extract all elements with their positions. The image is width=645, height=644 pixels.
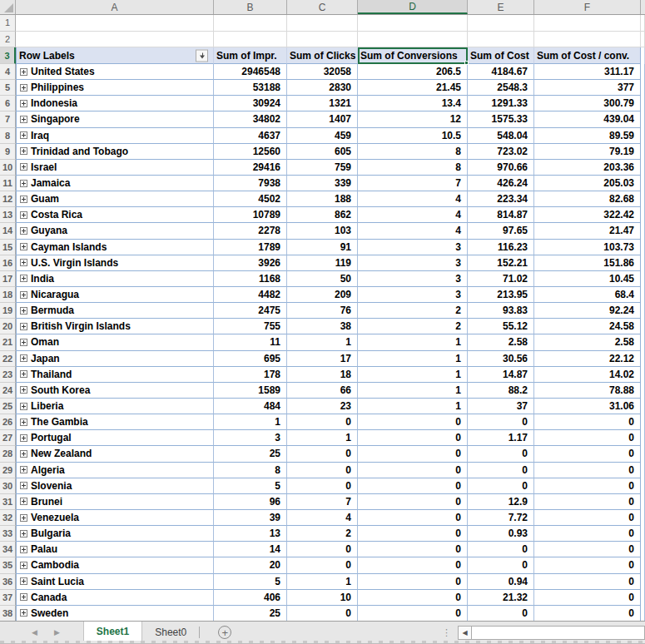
value-cell-e[interactable]: 0.93 <box>468 526 534 542</box>
value-cell-e[interactable]: 12.9 <box>468 494 534 510</box>
row-header-13[interactable]: 13 <box>0 207 16 223</box>
value-cell-c[interactable]: 1 <box>287 334 358 350</box>
scroll-left-icon[interactable]: ◀ <box>458 626 472 640</box>
expand-icon[interactable] <box>20 562 27 569</box>
value-cell-b[interactable]: 755 <box>214 319 287 334</box>
value-cell-c[interactable]: 32058 <box>287 64 358 80</box>
value-cell-f[interactable]: 377 <box>534 80 641 96</box>
expand-icon[interactable] <box>20 593 27 601</box>
value-cell-e[interactable]: 1291.33 <box>468 96 534 111</box>
value-cell-d[interactable]: 0 <box>358 542 468 557</box>
country-cell[interactable]: Costa Rica <box>16 207 214 223</box>
value-cell-d[interactable]: 3 <box>358 255 468 271</box>
country-cell[interactable]: Nicaragua <box>16 287 214 303</box>
value-cell-b[interactable]: 484 <box>214 399 287 414</box>
expand-icon[interactable] <box>20 530 27 537</box>
row-header-12[interactable]: 12 <box>0 191 16 207</box>
country-cell[interactable]: Palau <box>16 542 214 557</box>
value-cell-e[interactable]: 55.12 <box>468 319 534 334</box>
country-cell[interactable]: Bermuda <box>16 303 214 319</box>
value-cell-c[interactable]: 339 <box>287 176 358 191</box>
column-header-d[interactable]: D <box>358 0 468 14</box>
value-cell-b[interactable]: 2475 <box>214 303 287 319</box>
value-cell-e[interactable]: 37 <box>468 399 534 414</box>
value-cell-f[interactable]: 0 <box>534 494 641 510</box>
value-cell-e[interactable]: 71.02 <box>468 271 534 287</box>
select-all-button[interactable] <box>0 0 16 14</box>
row-header-3[interactable]: 3 <box>0 47 16 64</box>
value-cell-e[interactable]: 93.83 <box>468 303 534 319</box>
value-cell-d[interactable]: 10.5 <box>358 128 468 144</box>
value-cell-c[interactable]: 1 <box>287 430 358 446</box>
value-cell-b[interactable]: 96 <box>214 494 287 510</box>
value-cell-c[interactable]: 862 <box>287 207 358 223</box>
row-header-25[interactable]: 25 <box>0 399 16 414</box>
value-cell-f[interactable]: 79.19 <box>534 144 641 160</box>
value-cell-b[interactable]: 53188 <box>214 80 287 96</box>
row-header-26[interactable]: 26 <box>0 414 16 430</box>
value-cell-f[interactable]: 311.17 <box>534 64 641 80</box>
expand-icon[interactable] <box>20 147 27 155</box>
country-cell[interactable]: Cambodia <box>16 557 214 573</box>
country-cell[interactable]: Oman <box>16 334 214 350</box>
value-cell-e[interactable]: 223.34 <box>468 191 534 207</box>
row-header-37[interactable]: 37 <box>0 590 16 606</box>
value-cell-e[interactable]: 97.65 <box>468 223 534 239</box>
value-cell-d[interactable]: 3 <box>358 271 468 287</box>
value-cell-f[interactable]: 322.42 <box>534 207 641 223</box>
row-header-29[interactable]: 29 <box>0 463 16 478</box>
value-cell-f[interactable]: 151.86 <box>534 255 641 271</box>
value-cell-f[interactable]: 68.4 <box>534 287 641 303</box>
value-cell-b[interactable]: 8 <box>214 463 287 478</box>
value-cell-d[interactable]: 12 <box>358 111 468 127</box>
pivot-value-header-f[interactable]: Sum of Cost / conv. <box>534 47 641 64</box>
value-cell-f[interactable]: 0 <box>534 478 641 494</box>
value-cell-b[interactable]: 2946548 <box>214 64 287 80</box>
value-cell-d[interactable]: 3 <box>358 287 468 303</box>
expand-icon[interactable] <box>20 482 27 489</box>
row-labels-header-cell[interactable]: Row Labels <box>16 47 214 64</box>
value-cell-d[interactable]: 0 <box>358 510 468 526</box>
value-cell-b[interactable]: 30924 <box>214 96 287 111</box>
value-cell-f[interactable]: 0 <box>534 590 641 606</box>
expand-icon[interactable] <box>20 243 27 250</box>
value-cell-c[interactable]: 209 <box>287 287 358 303</box>
value-cell-f[interactable]: 0 <box>534 463 641 478</box>
empty-cell[interactable] <box>534 32 641 48</box>
value-cell-f[interactable]: 0 <box>534 446 641 462</box>
value-cell-d[interactable]: 4 <box>358 223 468 239</box>
country-cell[interactable]: British Virgin Islands <box>16 319 214 334</box>
expand-icon[interactable] <box>20 131 27 139</box>
value-cell-d[interactable]: 0 <box>358 463 468 478</box>
empty-cell[interactable] <box>358 15 468 32</box>
value-cell-e[interactable]: 814.87 <box>468 207 534 223</box>
add-sheet-button[interactable]: + <box>218 626 231 639</box>
expand-icon[interactable] <box>20 180 27 187</box>
value-cell-f[interactable]: 10.45 <box>534 271 641 287</box>
sheet-tab-sheet1[interactable]: Sheet1 <box>83 622 142 643</box>
country-cell[interactable]: India <box>16 271 214 287</box>
country-cell[interactable]: Philippines <box>16 80 214 96</box>
value-cell-e[interactable]: 426.24 <box>468 176 534 191</box>
value-cell-e[interactable]: 0 <box>468 446 534 462</box>
country-cell[interactable]: New Zealand <box>16 446 214 462</box>
value-cell-e[interactable]: 30.56 <box>468 351 534 367</box>
value-cell-d[interactable]: 7 <box>358 176 468 191</box>
row-labels-filter-button[interactable] <box>196 49 208 62</box>
value-cell-c[interactable]: 17 <box>287 351 358 367</box>
empty-cell[interactable] <box>534 15 641 32</box>
value-cell-c[interactable]: 7 <box>287 494 358 510</box>
row-header-1[interactable]: 1 <box>0 15 16 32</box>
value-cell-f[interactable]: 2.58 <box>534 334 641 350</box>
value-cell-e[interactable]: 0 <box>468 463 534 478</box>
value-cell-e[interactable]: 970.66 <box>468 160 534 176</box>
row-header-34[interactable]: 34 <box>0 542 16 557</box>
country-cell[interactable]: Sweden <box>16 606 214 622</box>
empty-cell[interactable] <box>468 32 534 48</box>
country-cell[interactable]: Canada <box>16 590 214 606</box>
value-cell-e[interactable]: 0.94 <box>468 574 534 590</box>
value-cell-d[interactable]: 1 <box>358 383 468 399</box>
value-cell-c[interactable]: 0 <box>287 478 358 494</box>
value-cell-f[interactable]: 14.02 <box>534 367 641 383</box>
country-cell[interactable]: Portugal <box>16 430 214 446</box>
